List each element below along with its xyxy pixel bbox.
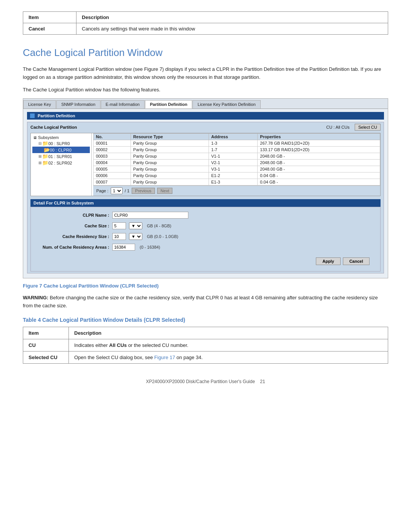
page-label: Page : (96, 189, 108, 193)
cu-label: CU : All CUs (326, 125, 349, 129)
expand-icon-slpr02: ⊞ (38, 161, 41, 165)
bottom-desc-cu: Indicates either All CUs or the selected… (69, 339, 388, 351)
pagination-row: Page : 1 / 1 Previous Next (93, 185, 380, 196)
folder-icon-slpr0: 📁 (42, 141, 48, 146)
table-row: 00003Parity GroupV1-12048.00 GB - (94, 153, 380, 160)
tab-bar: License Key SNMP Information E-mail Info… (23, 99, 388, 109)
detail-row-cache-size: Cache Size : ▼ GB (4 - 8GB) (37, 222, 374, 229)
body-text-1: The Cache Management Logical Partition w… (23, 66, 388, 81)
tree-item-slpr02[interactable]: ⊞ 📁 02 : SLPR02 (32, 160, 90, 166)
table-row: 00005Parity GroupV3-12048.00 GB - (94, 166, 380, 173)
bottom-item-selected-cu: Selected CU (23, 351, 69, 363)
num-areas-label: Num. of Cache Residency Areas : (37, 245, 109, 249)
cache-residency-input[interactable] (112, 233, 126, 240)
warning-body: Before changing the cache size or the ca… (23, 295, 378, 308)
footer-text: XP24000/XP20000 Disk/Cache Partition Use… (146, 379, 255, 384)
detail-row-clpr-name: CLPR Name : (37, 212, 374, 219)
tree-item-subsystem[interactable]: 🖥 Subsystem (32, 135, 90, 140)
subsystem-icon: 🖥 (33, 136, 37, 140)
page-total: / 1 (125, 189, 129, 193)
clp-content: 🖥 Subsystem ⊟ 📁 00 : SLPR0 📂 00 : CLPR0 … (30, 133, 381, 196)
cache-size-select[interactable]: ▼ (129, 222, 142, 229)
bottom-col-item: Item (23, 327, 69, 339)
clpr-name-label: CLPR Name : (37, 213, 109, 217)
cache-size-input[interactable] (112, 222, 126, 229)
selected-cu-desc-after: on page 34. (175, 355, 202, 360)
ui-inner: Partition Definition Cache Logical Parti… (23, 109, 388, 278)
tab-license-key-partition[interactable]: License Key Partition Definition (193, 100, 260, 109)
cache-size-hint: GB (4 - 8GB) (147, 224, 171, 228)
col-resource-type: Resource Type (131, 134, 209, 140)
warning-text: WARNING: Before changing the cache size … (23, 294, 388, 310)
panel-header: Partition Definition (27, 112, 384, 120)
bottom-table-row-selected-cu: Selected CU Open the Select CU dialog bo… (23, 351, 388, 363)
action-row: Apply Cancel (37, 254, 374, 267)
prev-button[interactable]: Previous (132, 188, 155, 194)
clp-header: Cache Logical Partition CU : All CUs Sel… (30, 124, 381, 131)
detail-body: CLPR Name : Cache Size : ▼ GB (4 - 8GB) … (30, 207, 381, 272)
num-areas-hint: (0 - 16384) (140, 245, 160, 249)
cu-desc-bold: All CUs (109, 342, 127, 348)
folder-icon-clpr0: 📂 (44, 147, 50, 153)
footer-page: 21 (260, 379, 265, 384)
apply-button[interactable]: Apply (316, 257, 341, 265)
table-row: 00001Parity Group1-3267.78 GB RAID1(2D+2… (94, 140, 380, 147)
cache-size-label: Cache Size : (37, 224, 109, 228)
tree-item-slpr01[interactable]: ⊞ 📁 01 : SLPR01 (32, 153, 90, 160)
tab-email[interactable]: E-mail Information (101, 100, 145, 109)
tree-panel: 🖥 Subsystem ⊟ 📁 00 : SLPR0 📂 00 : CLPR0 … (31, 133, 92, 196)
item-cancel-desc: Cancels any settings that were made in t… (76, 23, 388, 35)
tree-label-slpr02: 02 : SLPR02 (48, 161, 72, 165)
col-no: No. (94, 134, 131, 140)
col-properties: Properties (258, 134, 380, 140)
table-row: Cancel Cancels any settings that were ma… (23, 23, 388, 35)
expand-icon-slpr01: ⊞ (38, 154, 41, 158)
tree-label-slpr01: 01 : SLPR01 (48, 154, 72, 159)
body-text-2: The Cache Logical Partition window has t… (23, 86, 388, 94)
data-table: No. Resource Type Address Properties 000… (93, 133, 380, 185)
top-table: Item Description Cancel Cancels any sett… (23, 11, 388, 35)
detail-header: Detail For CLPR in Subsystem (30, 199, 381, 207)
warning-prefix: WARNING: (23, 295, 48, 300)
ui-screenshot: License Key SNMP Information E-mail Info… (23, 98, 388, 278)
selected-cu-desc-before: Open the Select CU dialog box, see (74, 355, 154, 360)
page-footer: XP24000/XP20000 Disk/Cache Partition Use… (23, 379, 388, 384)
cache-residency-label: Cache Residency Size : (37, 234, 109, 239)
tab-snmp[interactable]: SNMP Information (56, 100, 100, 109)
cu-desc-before: Indicates either (74, 342, 109, 348)
tab-license-key[interactable]: License Key (23, 100, 56, 109)
table-row: 00004Parity GroupV2-12048.00 GB - (94, 160, 380, 166)
page-select[interactable]: 1 (111, 187, 123, 194)
folder-icon-slpr02: 📁 (42, 160, 48, 166)
detail-panel: Detail For CLPR in Subsystem CLPR Name :… (30, 199, 381, 272)
tree-label-clpr0: 00 : CLPR0 (50, 148, 72, 152)
cache-residency-select[interactable]: ▼ (129, 233, 142, 240)
cache-residency-hint: GB (0.0 - 1.0GB) (147, 234, 178, 239)
select-cu-button[interactable]: Select CU (355, 124, 381, 131)
table4-heading: Table 4 Cache Logical Partition Window D… (23, 317, 388, 323)
table-row: 00006Parity GroupE1-20.04 GB - (94, 173, 380, 179)
clp-section: Cache Logical Partition CU : All CUs Sel… (27, 122, 384, 273)
num-areas-input[interactable] (112, 244, 135, 251)
tab-partition-def[interactable]: Partition Definition (145, 100, 192, 109)
figure-17-link[interactable]: Figure 17 (154, 355, 175, 360)
next-button[interactable]: Next (157, 188, 173, 194)
bottom-desc-selected-cu: Open the Select CU dialog box, see Figur… (69, 351, 388, 363)
item-cancel: Cancel (23, 23, 76, 35)
detail-row-num-areas: Num. of Cache Residency Areas : (0 - 163… (37, 244, 374, 251)
tree-label-slpr0: 00 : SLPR0 (48, 141, 70, 146)
tree-item-slpr0[interactable]: ⊟ 📁 00 : SLPR0 (32, 140, 90, 147)
clpr-name-input[interactable] (112, 212, 188, 219)
tree-item-clpr0[interactable]: 📂 00 : CLPR0 (32, 147, 90, 153)
panel-title: Partition Definition (38, 113, 75, 118)
bottom-item-cu: CU (23, 339, 69, 351)
folder-icon-slpr01: 📁 (42, 153, 48, 159)
col-item: Item (23, 12, 76, 23)
cu-desc-after: or the selected CU number. (127, 342, 188, 348)
table-row: 00007Parity GroupE1-30.04 GB - (94, 179, 380, 185)
fig-caption: Figure 7 Cache Logical Partition Window … (23, 283, 388, 289)
detail-row-cache-residency: Cache Residency Size : ▼ GB (0.0 - 1.0GB… (37, 233, 374, 240)
data-table-wrap: No. Resource Type Address Properties 000… (93, 133, 380, 196)
cancel-button[interactable]: Cancel (343, 257, 370, 265)
tree-label-subsystem: Subsystem (38, 135, 59, 140)
